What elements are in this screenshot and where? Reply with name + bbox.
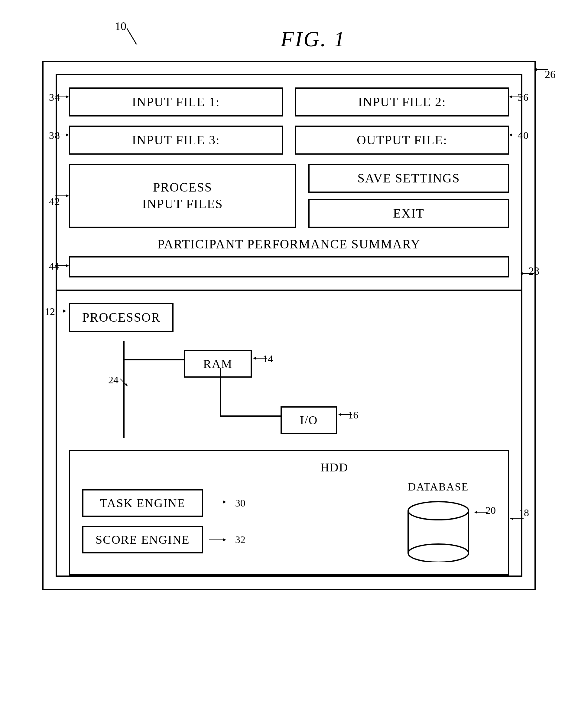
save-settings-box[interactable]: SAVE SETTINGS: [308, 164, 509, 193]
score-engine-wrapper: SCORE ENGINE 32: [82, 526, 203, 553]
vert-line-main: [123, 341, 125, 438]
database-label: DATABASE: [408, 480, 469, 493]
ref-44-arrow: [55, 261, 70, 270]
ram-label: RAM: [203, 357, 232, 371]
ram-box: RAM: [184, 350, 252, 378]
output-file-label: OUTPUT FILE:: [357, 133, 447, 147]
process-input-files-box[interactable]: 42 PROCESS INPUT FILES: [69, 164, 296, 228]
ref-18: 18: [519, 507, 529, 519]
task-engine-wrapper: TASK ENGINE 30: [82, 489, 203, 517]
horiz-line-ram: [123, 359, 184, 360]
ref-18-arrow: [508, 518, 524, 527]
engines-column: TASK ENGINE 30: [82, 489, 203, 553]
svg-line-0: [127, 28, 136, 44]
hdd-label: HDD: [82, 460, 496, 474]
database-area: DATABASE 20: [405, 480, 472, 562]
svg-marker-1: [135, 42, 138, 45]
file-row-1: 34 INPUT FILE 1: 36 INPUT FILE 2:: [69, 87, 509, 116]
ref-28-arrow: [521, 269, 536, 278]
task-engine-box: TASK ENGINE: [82, 489, 203, 517]
database-cylinder: [405, 496, 472, 562]
ref-24: 24: [108, 374, 118, 386]
svg-marker-5: [521, 272, 523, 275]
ref-10-arrow: [118, 25, 142, 50]
ref-40-arrow: [508, 130, 523, 139]
io-box: I/O: [280, 406, 337, 434]
ref-30: 30: [235, 497, 245, 509]
svg-marker-36: [474, 511, 477, 514]
svg-marker-15: [66, 194, 69, 197]
hdd-inner: TASK ENGINE 30: [82, 480, 496, 562]
svg-marker-13: [509, 133, 512, 136]
ref-42-arrow: [55, 191, 70, 200]
io-box-wrapper: I/O 16: [280, 406, 337, 434]
ref-36-arrow: [508, 92, 523, 101]
ref-34-arrow: [55, 92, 70, 101]
ref-24-arrow: [117, 376, 135, 388]
connections-area: RAM 14 24: [81, 341, 509, 444]
right-buttons: SAVE SETTINGS EXIT: [308, 164, 509, 228]
input-file-3-label: INPUT FILE 3:: [132, 133, 220, 147]
ref-32: 32: [235, 534, 245, 546]
processor-area: 12 PROCESSOR: [69, 303, 509, 332]
output-file-box[interactable]: 40 OUTPUT FILE:: [295, 126, 509, 155]
svg-marker-21: [253, 357, 256, 360]
file-row-2: 38 INPUT FILE 3: 40 OUTPUT FILE:: [69, 126, 509, 155]
svg-marker-19: [63, 310, 66, 313]
input-file-2-label: INPUT FILE 2:: [358, 95, 446, 109]
score-engine-label: SCORE ENGINE: [95, 533, 190, 546]
input-file-2-box[interactable]: 36 INPUT FILE 2:: [295, 87, 509, 116]
ref-16-arrow: [337, 410, 352, 419]
input-file-1-box[interactable]: 34 INPUT FILE 1:: [69, 87, 283, 116]
figure-label-area: 10 FIG. 1: [24, 18, 554, 52]
ref-38-arrow: [55, 130, 70, 139]
processor-box: PROCESSOR: [69, 303, 173, 332]
svg-marker-25: [338, 413, 341, 416]
upper-panel: 28 34 INPUT FILE 1: 36: [56, 74, 522, 291]
ref-30-arrow: [209, 497, 233, 506]
io-label: I/O: [300, 413, 318, 427]
ram-box-wrapper: RAM 14: [184, 350, 252, 378]
svg-point-34: [408, 502, 469, 520]
process-input-files-label: PROCESS INPUT FILES: [142, 179, 223, 212]
input-file-1-label: INPUT FILE 1:: [132, 95, 220, 109]
summary-label: PARTICIPANT PERFORMANCE SUMMARY: [69, 237, 509, 252]
ref-26-arrow: [533, 65, 551, 74]
ref-32-arrow: [209, 535, 233, 544]
save-settings-label: SAVE SETTINGS: [357, 171, 460, 185]
outer-container: 26 28 34 INPUT FILE 1:: [42, 61, 536, 590]
svg-marker-9: [509, 95, 512, 98]
input-file-3-box[interactable]: 38 INPUT FILE 3:: [69, 126, 283, 155]
ref-14-arrow: [252, 354, 267, 363]
lower-section: 12 PROCESSOR: [56, 291, 522, 577]
ref-20-arrow: [473, 508, 488, 517]
score-engine-box: SCORE ENGINE: [82, 526, 203, 553]
horiz-line-io: [220, 415, 280, 417]
vert-line-ram-io: [220, 368, 221, 417]
processor-label: PROCESSOR: [82, 310, 160, 324]
task-engine-label: TASK ENGINE: [100, 496, 185, 510]
svg-line-22: [120, 379, 126, 385]
page: { "figure": { "label": "FIG. 1", "ref_ma…: [0, 0, 578, 728]
svg-marker-17: [66, 264, 69, 267]
figure-title: FIG. 1: [73, 24, 554, 52]
exit-box[interactable]: EXIT: [308, 199, 509, 228]
svg-marker-38: [510, 518, 513, 520]
ref-30-arrow-wrapper: [209, 497, 233, 509]
ref-12-arrow: [52, 307, 67, 316]
svg-marker-11: [66, 133, 69, 136]
summary-box: 44: [69, 256, 509, 278]
svg-point-33: [408, 544, 469, 562]
svg-marker-27: [223, 500, 226, 503]
hdd-section: HDD TASK ENGINE: [69, 450, 509, 575]
middle-row: 42 PROCESS INPUT FILES SAVE SETTINGS EXI…: [69, 164, 509, 228]
svg-marker-3: [534, 68, 537, 71]
svg-marker-29: [223, 538, 226, 541]
svg-marker-7: [66, 95, 69, 98]
exit-label: EXIT: [393, 206, 424, 220]
